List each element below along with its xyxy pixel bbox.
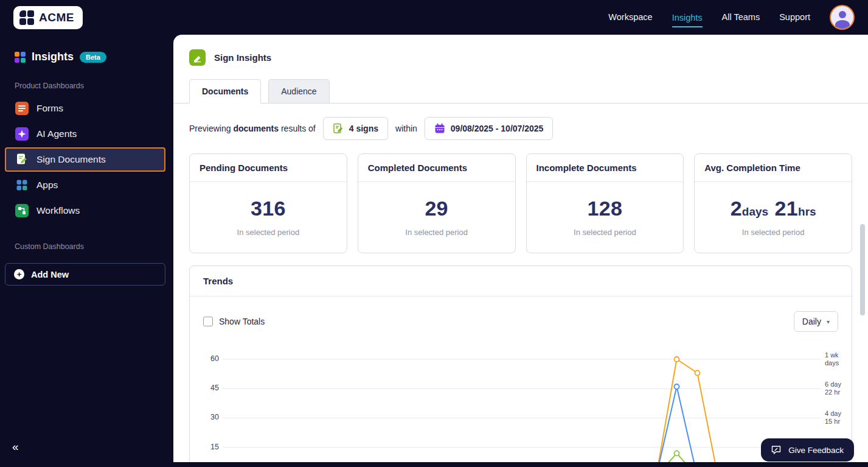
sidebar-item-label: Sign Documents <box>36 154 106 165</box>
sign-doc-icon <box>333 123 344 134</box>
stat-card-title: Pending Documents <box>190 154 347 182</box>
page-title: Sign Insights <box>214 52 271 63</box>
date-range-value: 09/08/2025 - 10/07/2025 <box>451 124 544 133</box>
nav-workspace[interactable]: Workspace <box>608 12 652 23</box>
sidebar: Insights Beta Product Dashboards Forms A… <box>0 35 173 467</box>
nav-all-teams[interactable]: All Teams <box>722 12 760 23</box>
top-nav: Workspace Insights All Teams Support <box>608 12 810 23</box>
nav-insights[interactable]: Insights <box>672 13 703 27</box>
sign-documents-icon <box>15 153 29 166</box>
y-axis-left: 60 45 30 15 <box>201 350 223 462</box>
person-icon <box>839 11 846 18</box>
date-range-picker[interactable]: 09/08/2025 - 10/07/2025 <box>425 117 554 140</box>
sidebar-item-workflows[interactable]: Workflows <box>5 198 165 223</box>
section-product-dashboards: Product Dashboards <box>0 63 173 95</box>
nav-support[interactable]: Support <box>779 12 810 23</box>
stat-subtitle: In selected period <box>700 228 847 237</box>
stat-card-pending: Pending Documents 316 In selected period <box>189 153 347 253</box>
trends-card: Trends Show Totals Daily ▾ 60 45 30 15 <box>189 265 852 462</box>
stat-subtitle: In selected period <box>195 228 342 237</box>
collapse-sidebar-button[interactable]: « <box>12 440 19 454</box>
trends-chart-area: 60 45 30 15 1 wkdays 6 day22 hr 4 day15 … <box>190 350 852 462</box>
stat-card-incomplete: Incomplete Documents 128 In selected per… <box>526 153 684 253</box>
sign-insights-icon <box>189 49 206 66</box>
signs-value: 4 signs <box>349 124 378 133</box>
filter-bar: Previewing documents results of 4 signs … <box>173 104 868 152</box>
stat-subtitle: In selected period <box>363 228 510 237</box>
add-new-button[interactable]: + Add New <box>5 263 165 286</box>
within-label: within <box>395 124 417 133</box>
sidebar-item-label: AI Agents <box>36 128 77 139</box>
stat-value: 2days 21hrs <box>700 197 847 220</box>
sidebar-item-ai-agents[interactable]: AI Agents <box>5 122 165 146</box>
sidebar-item-label: Forms <box>36 103 63 114</box>
acme-logo-text: ACME <box>39 11 74 24</box>
chevron-down-icon: ▾ <box>827 318 830 325</box>
stat-value: 128 <box>532 197 679 220</box>
show-totals-toggle[interactable]: Show Totals <box>203 317 265 326</box>
stat-card-title: Completed Documents <box>358 154 515 182</box>
sidebar-item-apps[interactable]: Apps <box>5 173 165 197</box>
stat-card-avg-completion: Avg. Completion Time 2days 21hrs In sele… <box>694 153 852 253</box>
plus-icon: + <box>14 269 24 279</box>
sidebar-item-label: Apps <box>36 180 58 191</box>
stat-card-title: Avg. Completion Time <box>695 154 852 182</box>
sidebar-item-sign-documents[interactable]: Sign Documents <box>5 147 165 172</box>
show-totals-checkbox[interactable] <box>203 317 213 326</box>
sidebar-item-label: Workflows <box>36 205 80 216</box>
stat-card-title: Incomplete Documents <box>527 154 684 182</box>
trends-chart <box>223 350 821 462</box>
show-totals-label: Show Totals <box>219 317 265 326</box>
forms-icon <box>15 102 29 115</box>
main-panel: Sign Insights Documents Audience Preview… <box>173 35 868 462</box>
stat-subtitle: In selected period <box>532 228 679 237</box>
insights-icon <box>15 52 26 63</box>
give-feedback-button[interactable]: Give Feedback <box>761 438 854 462</box>
acme-logo[interactable]: ACME <box>13 6 83 29</box>
topbar: ACME Workspace Insights All Teams Suppor… <box>0 0 868 35</box>
stat-cards: Pending Documents 316 In selected period… <box>189 153 852 253</box>
scrollbar-thumb[interactable] <box>860 224 865 315</box>
trends-title: Trends <box>190 266 852 297</box>
interval-value: Daily <box>802 317 821 326</box>
tab-audience[interactable]: Audience <box>268 79 329 104</box>
user-avatar[interactable] <box>830 5 855 30</box>
sidebar-menu: Forms AI Agents Sign Documents Apps Work… <box>0 96 173 223</box>
stat-card-completed: Completed Documents 29 In selected perio… <box>358 153 516 253</box>
acme-logo-icon <box>19 10 34 25</box>
feedback-label: Give Feedback <box>788 446 844 455</box>
tab-documents[interactable]: Documents <box>189 79 261 104</box>
ai-agents-icon <box>15 127 29 141</box>
signs-dropdown[interactable]: 4 signs <box>323 117 388 140</box>
workflows-icon <box>15 204 29 217</box>
tab-bar: Documents Audience <box>173 79 868 104</box>
add-new-label: Add New <box>31 270 69 279</box>
filter-text: Previewing documents results of <box>189 124 316 133</box>
sidebar-title: Insights <box>32 51 74 63</box>
apps-icon <box>15 178 29 192</box>
section-custom-dashboards: Custom Dashboards <box>0 224 173 256</box>
stat-value: 316 <box>195 197 342 220</box>
calendar-icon <box>434 123 445 134</box>
stat-value: 29 <box>363 197 510 220</box>
sidebar-item-forms[interactable]: Forms <box>5 96 165 121</box>
beta-badge: Beta <box>80 52 106 63</box>
feedback-icon <box>771 445 782 455</box>
interval-select[interactable]: Daily ▾ <box>794 311 838 332</box>
